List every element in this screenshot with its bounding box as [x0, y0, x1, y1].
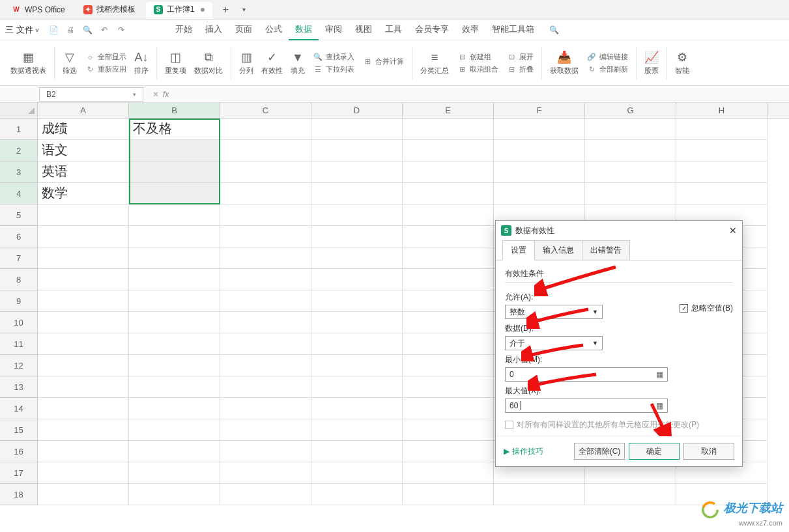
- cell[interactable]: [311, 226, 403, 247]
- row-header[interactable]: 17: [0, 462, 38, 484]
- preview-icon[interactable]: 🔍: [81, 23, 94, 36]
- tab-template[interactable]: ✦ 找稻壳模板: [76, 2, 143, 18]
- cell[interactable]: [676, 183, 767, 204]
- dialog-titlebar[interactable]: S 数据有效性 ✕: [496, 221, 742, 240]
- cell[interactable]: [403, 204, 494, 226]
- cell[interactable]: [220, 204, 311, 226]
- cell[interactable]: [403, 183, 494, 204]
- cell[interactable]: [129, 247, 220, 269]
- menu-item-1[interactable]: 插入: [199, 20, 229, 40]
- cell[interactable]: 不及格: [129, 119, 220, 140]
- cell[interactable]: 英语: [38, 161, 129, 183]
- split-button[interactable]: ▥分列: [235, 43, 257, 83]
- cell[interactable]: [38, 312, 129, 333]
- cell[interactable]: [129, 398, 220, 419]
- tab-input-message[interactable]: 输入信息: [534, 240, 582, 260]
- cell[interactable]: [311, 333, 403, 355]
- menu-item-9[interactable]: 效率: [455, 20, 485, 40]
- range-picker-icon[interactable]: ▦: [656, 401, 663, 410]
- cell[interactable]: [403, 119, 494, 140]
- column-header[interactable]: F: [494, 103, 585, 118]
- max-input[interactable]: 60 ▦: [505, 399, 668, 413]
- cell[interactable]: [676, 140, 767, 161]
- cell[interactable]: [38, 247, 129, 269]
- file-menu[interactable]: 三 文件v: [5, 24, 38, 36]
- cell[interactable]: [403, 333, 494, 355]
- row-header[interactable]: 9: [0, 290, 38, 312]
- cell[interactable]: [129, 183, 220, 204]
- column-header[interactable]: B: [129, 103, 220, 118]
- search-icon[interactable]: 🔍: [547, 23, 560, 36]
- row-header[interactable]: 12: [0, 355, 38, 376]
- cell[interactable]: [311, 419, 403, 441]
- redo-icon[interactable]: ↷: [115, 23, 128, 36]
- cell[interactable]: [676, 119, 767, 140]
- data-combo[interactable]: 介于 ▼: [505, 336, 603, 350]
- cell[interactable]: [38, 269, 129, 290]
- cell[interactable]: [38, 333, 129, 355]
- cell[interactable]: [494, 161, 585, 183]
- cell[interactable]: [220, 269, 311, 290]
- select-all-corner[interactable]: [0, 103, 38, 118]
- duplicates-button[interactable]: ◫重复项: [161, 43, 190, 83]
- menu-item-7[interactable]: 工具: [379, 20, 409, 40]
- cell[interactable]: [403, 140, 494, 161]
- cell[interactable]: [220, 312, 311, 333]
- cell[interactable]: [129, 376, 220, 398]
- cell[interactable]: [129, 226, 220, 247]
- cell[interactable]: [403, 161, 494, 183]
- cell[interactable]: [38, 376, 129, 398]
- cell[interactable]: [129, 419, 220, 441]
- menu-item-10[interactable]: 智能工具箱: [485, 20, 541, 40]
- cell[interactable]: [220, 161, 311, 183]
- dropdown-list-button[interactable]: ☰下拉列表: [313, 64, 354, 74]
- collapse-button[interactable]: ⊟折叠: [506, 64, 534, 74]
- cell[interactable]: [311, 462, 403, 484]
- cell[interactable]: [129, 161, 220, 183]
- row-header[interactable]: 4: [0, 183, 38, 204]
- column-header[interactable]: G: [585, 103, 676, 118]
- cell[interactable]: [403, 355, 494, 376]
- get-data-button[interactable]: 📥获取数据: [546, 43, 582, 83]
- row-header[interactable]: 7: [0, 247, 38, 269]
- menu-item-4[interactable]: 数据: [289, 20, 319, 40]
- cell[interactable]: [311, 204, 403, 226]
- cell[interactable]: [38, 355, 129, 376]
- undo-icon[interactable]: ↶: [98, 23, 111, 36]
- cell[interactable]: [220, 419, 311, 441]
- refresh-all-button[interactable]: ↻全部刷新: [586, 64, 628, 74]
- formula-input[interactable]: [174, 89, 565, 99]
- cell[interactable]: [220, 441, 311, 462]
- cell[interactable]: [403, 247, 494, 269]
- column-header[interactable]: A: [38, 103, 129, 118]
- cell[interactable]: [403, 376, 494, 398]
- cell[interactable]: [311, 441, 403, 462]
- cell[interactable]: [311, 398, 403, 419]
- cell[interactable]: [129, 441, 220, 462]
- ok-button[interactable]: 确定: [629, 443, 680, 460]
- row-header[interactable]: 5: [0, 204, 38, 226]
- row-header[interactable]: 6: [0, 226, 38, 247]
- cell[interactable]: [220, 140, 311, 161]
- stock-button[interactable]: 📈股票: [640, 43, 663, 83]
- cancel-button[interactable]: 取消: [683, 443, 734, 460]
- cell[interactable]: [311, 247, 403, 269]
- cell[interactable]: [129, 140, 220, 161]
- row-header[interactable]: 11: [0, 333, 38, 355]
- tab-error-alert[interactable]: 出错警告: [582, 240, 630, 260]
- merge-calc-button[interactable]: ⊞合并计算: [362, 57, 404, 66]
- cell[interactable]: [38, 484, 129, 505]
- min-input[interactable]: 0 ▦: [505, 367, 668, 382]
- cell[interactable]: [494, 140, 585, 161]
- cell[interactable]: [220, 462, 311, 484]
- find-record-button[interactable]: 🔍查找录入: [313, 52, 354, 62]
- cell[interactable]: [220, 183, 311, 204]
- tips-link[interactable]: ▶ 操作技巧: [504, 446, 543, 457]
- filter-button[interactable]: ▽筛选: [59, 43, 81, 83]
- validation-button[interactable]: ✓有效性: [257, 43, 287, 83]
- ignore-blank-checkbox[interactable]: ✓ 忽略空值(B): [680, 303, 733, 314]
- cancel-formula-icon[interactable]: ✕: [152, 90, 159, 99]
- cell[interactable]: [494, 183, 585, 204]
- cell[interactable]: [38, 441, 129, 462]
- save-icon[interactable]: 📄: [47, 23, 60, 36]
